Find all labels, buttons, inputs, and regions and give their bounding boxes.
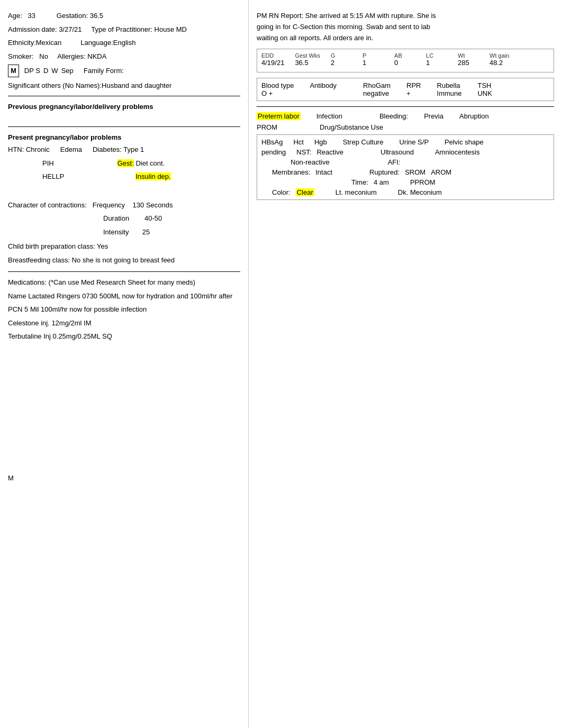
rpr-label: RPR — [406, 81, 421, 89]
nst-nonreactive: Non-reactive — [291, 158, 330, 166]
ruptured-label: Ruptured: — [369, 168, 400, 176]
smoker-label: Smoker: — [8, 52, 33, 60]
practitioner-label: Type of Practitioner: — [91, 25, 152, 33]
p-value: 1 — [362, 59, 384, 67]
pih-label: PIH — [42, 159, 54, 167]
duration-label: Duration — [103, 214, 129, 222]
pm-report-line3: waiting on all reports. All orders are i… — [257, 33, 554, 44]
hgb-label: Hgb — [314, 138, 327, 146]
intensity-label: Intensity — [103, 228, 129, 236]
nst-label: NST: — [296, 148, 311, 156]
gest-wks-label: Gest Wks — [295, 52, 320, 59]
rubella-label: Rubella — [437, 81, 462, 89]
rpr-value: + — [406, 89, 421, 97]
blood-type-label: Blood type — [261, 81, 294, 89]
language-value: English — [113, 39, 136, 47]
intensity-value: 25 — [142, 228, 150, 236]
infection: Infection — [316, 112, 342, 120]
hbsag-val: pending — [261, 148, 286, 156]
language-label: Language: — [80, 39, 113, 47]
afi-label: AFI: — [388, 158, 401, 166]
smoker-value: No — [39, 52, 48, 60]
ethnicity-label: Ethnicity: — [8, 39, 36, 47]
srom-label: SROM — [405, 168, 425, 176]
medications-line3: Celestone inj. 12mg/2ml IM — [8, 318, 240, 329]
preterm-labor: Preterm labor — [257, 112, 301, 120]
time-label: Time: — [351, 178, 368, 186]
gestation-value: 36.5 — [90, 12, 103, 20]
medications-line2: PCN 5 Mil 100ml/hr now for possible infe… — [8, 304, 240, 315]
w-val: W — [51, 66, 58, 76]
practitioner-value: House MD — [155, 25, 187, 33]
gest-wks-value: 36.5 — [295, 59, 320, 67]
gestation-label: Gestation: — [57, 12, 88, 20]
membranes-label: Membranes: — [272, 168, 310, 176]
present-problems-header: Present pregnancy/labor problems — [8, 133, 240, 141]
color-label: Color: — [272, 188, 291, 196]
htn-value: Chronic — [26, 145, 50, 153]
frequency-value: 130 Seconds — [133, 201, 173, 209]
htn-label: HTN: — [8, 145, 24, 153]
rhogam-value: negative — [363, 89, 391, 97]
footer-m: M — [8, 474, 14, 482]
g-value: 2 — [331, 59, 352, 67]
allergies-value: NKDA — [87, 52, 106, 60]
abruption: Abruption — [459, 112, 489, 120]
insulin-dep: Insulin dep. — [135, 172, 171, 180]
gest-label: Gest: — [117, 159, 134, 167]
significant-others: Significant others (No Names):Husband an… — [8, 81, 171, 89]
wt-gain-value: 48.2 — [490, 59, 511, 67]
bleeding-value: Previa — [424, 112, 443, 120]
bleeding-label: Bleeding: — [379, 112, 408, 120]
pprom-label: PPROM — [410, 178, 436, 186]
time-value: 4 am — [374, 178, 389, 186]
nst-reactive: Reactive — [316, 148, 343, 156]
g-label: G — [331, 52, 352, 59]
gest-suffix: Diet cont. — [135, 159, 165, 167]
urine-sp-label: Urine S/P — [399, 138, 429, 146]
edd-label: EDD — [261, 52, 284, 59]
pm-report-line1: PM RN Report: She arrived at 5:15 AM wit… — [257, 11, 554, 22]
d-val: D — [43, 66, 48, 76]
rubella-value: Immune — [437, 89, 462, 97]
wt-value: 285 — [458, 59, 479, 67]
allergies-label: Allergies: — [57, 52, 85, 60]
medications-line4: Terbutaline Inj 0.25mg/0.25ML SQ — [8, 331, 240, 342]
blood-type-value: O + — [261, 89, 294, 97]
hellp-label: HELLP — [42, 172, 64, 180]
pelvic-shape-label: Pelvic shape — [445, 138, 484, 146]
breastfeeding: Breastfeeding class: No she is not going… — [8, 256, 175, 264]
diabetes-label: Diabetes: — [93, 145, 122, 153]
prom: PROM — [257, 123, 277, 131]
antibody-label: Antibody — [310, 81, 337, 89]
color-value: Clear — [296, 188, 314, 196]
tsh-label: TSH — [477, 81, 492, 89]
ab-value: 0 — [394, 59, 415, 67]
arom-label: AROM — [431, 168, 451, 176]
tsh-value: UNK — [477, 89, 492, 97]
sep-val: Sep — [61, 66, 74, 76]
ethnicity-value: Mexican — [36, 39, 61, 47]
edema-label: Edema — [60, 145, 82, 153]
drug-substance: Drug/Substance Use — [320, 123, 383, 131]
duration-value: 40-50 — [144, 214, 162, 222]
admission-date-label: Admission date: — [8, 25, 57, 33]
prep-class: Child birth preparation class: Yes — [8, 242, 108, 250]
diabetes-value: Type 1 — [123, 145, 144, 153]
wt-gain-label: Wt gain — [490, 52, 511, 59]
amniocentesis-label: Amniocentesis — [435, 148, 480, 156]
family-form-label: Family Form: — [84, 66, 124, 76]
edd-value: 4/19/21 — [261, 59, 284, 67]
lc-label: LC — [426, 52, 447, 59]
medications-line1: Name Lactated Ringers 0730 500ML now for… — [8, 291, 240, 302]
dk-meconium: Dk. Meconium — [398, 188, 442, 196]
strep-culture-label: Strep Culture — [343, 138, 384, 146]
lt-meconium: Lt. meconium — [336, 188, 377, 196]
admission-date-value: 3/27/21 — [59, 25, 81, 33]
previous-problems-header: Previous pregnancy/labor/delivery proble… — [8, 103, 240, 111]
pm-report-line2: going in for C-Section this morning. Swa… — [257, 22, 554, 33]
membranes-value: Intact — [315, 168, 332, 176]
ab-label: AB — [394, 52, 415, 59]
lc-value: 1 — [426, 59, 447, 67]
wt-label: Wt — [458, 52, 479, 59]
